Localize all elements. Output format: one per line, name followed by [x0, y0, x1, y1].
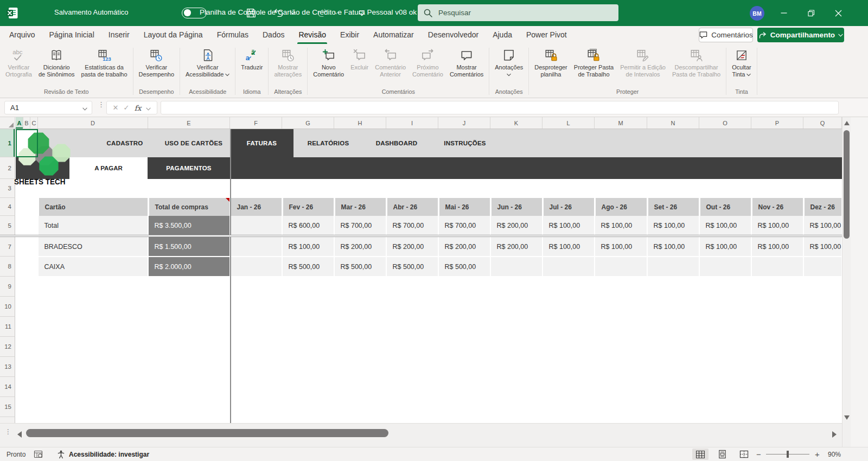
column-header-I[interactable]: I	[386, 117, 438, 129]
table-cell-0-11[interactable]: R$ 100,00	[804, 216, 842, 235]
table-header-10[interactable]: Set - 26	[648, 198, 699, 216]
table-header-12[interactable]: Nov - 26	[752, 198, 803, 216]
table-header-4[interactable]: Mar - 26	[335, 198, 386, 216]
table-cell-1-5[interactable]: R$ 200,00	[491, 237, 542, 256]
table-header-7[interactable]: Jun - 26	[492, 198, 542, 216]
view-page-layout-button[interactable]	[714, 449, 730, 460]
table-cell-0-2[interactable]: R$ 700,00	[335, 216, 386, 235]
column-header-Q[interactable]: Q	[803, 117, 842, 129]
table-cell-0-0[interactable]	[231, 216, 282, 235]
table-cell-1-0[interactable]	[231, 237, 282, 256]
column-header-H[interactable]: H	[334, 117, 386, 129]
column-header-D[interactable]: D	[38, 117, 148, 129]
ribbon-button-4-0[interactable]: Mostraralterações	[271, 45, 305, 79]
row-header-2[interactable]: 2	[0, 157, 15, 179]
table-header-11[interactable]: Out - 26	[700, 198, 751, 216]
sub-tab-a-pagar[interactable]: A PAGAR	[69, 157, 148, 179]
row-header-4[interactable]: 4	[0, 198, 15, 216]
table-cell-1-9[interactable]: R$ 100,00	[700, 237, 751, 256]
table-cell-2-5[interactable]	[491, 257, 542, 276]
ribbon-button-7-1[interactable]: Proteger Pastade Trabalho	[571, 45, 617, 79]
table-cell-1-2[interactable]: R$ 200,00	[335, 237, 386, 256]
ribbon-button-0-1[interactable]: Dicionáriode Sinônimos	[35, 45, 78, 79]
column-header-G[interactable]: G	[282, 117, 334, 129]
column-header-K[interactable]: K	[490, 117, 542, 129]
nav-tab-uso-de-cartões[interactable]: USO DE CARTÕES	[165, 140, 222, 146]
ribbon-button-5-2[interactable]: ComentárioAnterior	[372, 45, 409, 79]
zoom-level[interactable]: 90%	[828, 447, 841, 461]
confirm-entry-icon[interactable]: ✓	[124, 104, 130, 112]
table-cell-2-6[interactable]	[543, 257, 595, 276]
table-cell-0-1[interactable]: R$ 600,00	[283, 216, 334, 235]
table-row-name-2[interactable]: CAIXA	[39, 257, 148, 276]
table-cell-2-4[interactable]: R$ 500,00	[439, 257, 490, 276]
table-cell-2-2[interactable]: R$ 500,00	[335, 257, 386, 276]
table-cell-1-6[interactable]: R$ 100,00	[543, 237, 595, 256]
table-cell-2-7[interactable]	[595, 257, 647, 276]
minimize-button[interactable]	[771, 0, 797, 26]
column-header-N[interactable]: N	[647, 117, 699, 129]
row-header-1[interactable]: 1	[0, 129, 15, 157]
ribbon-tab-5[interactable]: Dados	[256, 26, 291, 44]
ribbon-tab-2[interactable]: Inserir	[101, 26, 137, 44]
table-cell-1-3[interactable]: R$ 200,00	[387, 237, 438, 256]
ribbon-button-5-4[interactable]: MostrarComentários	[446, 45, 487, 79]
ribbon-button-5-0[interactable]: NovoComentário	[310, 45, 347, 79]
ribbon-button-0-0[interactable]: abcVerificarOrtografia	[2, 45, 35, 79]
table-cell-2-0[interactable]	[231, 257, 282, 276]
hscroll-thumb[interactable]	[26, 429, 388, 437]
avatar[interactable]: BM	[750, 6, 764, 21]
sheet-grid[interactable]: 12345789101112131415CADASTROUSO DE CARTÕ…	[0, 129, 842, 423]
ribbon-button-7-2[interactable]: Permitir a Ediçãode Intervalos	[617, 45, 669, 79]
row-header-7[interactable]: 7	[0, 237, 15, 257]
vscroll-thumb[interactable]	[844, 130, 850, 239]
close-button[interactable]	[825, 0, 851, 26]
fx-chevron-icon[interactable]	[146, 103, 151, 113]
column-header-C[interactable]: C	[30, 117, 38, 129]
view-normal-button[interactable]	[692, 449, 709, 460]
ribbon-tab-6[interactable]: Revisão	[291, 26, 333, 44]
row-header-10[interactable]: 10	[0, 297, 15, 317]
ribbon-button-1-0[interactable]: VerificarDesempenho	[136, 45, 177, 79]
table-cell-0-7[interactable]: R$ 100,00	[595, 216, 647, 235]
nav-tab-instruções[interactable]: INSTRUÇÕES	[444, 140, 486, 146]
ribbon-tab-1[interactable]: Página Inicial	[42, 26, 101, 44]
search-input[interactable]	[437, 8, 613, 17]
table-row-name-0[interactable]: Total	[39, 216, 148, 235]
table-cell-0-4[interactable]: R$ 700,00	[439, 216, 490, 235]
table-cell-1-1[interactable]: R$ 100,00	[283, 237, 334, 256]
column-header-P[interactable]: P	[751, 117, 803, 129]
name-box-chevron-icon[interactable]	[82, 103, 87, 113]
ribbon-button-5-1[interactable]: Excluir	[347, 45, 372, 72]
column-header-O[interactable]: O	[699, 117, 751, 129]
row-header-15[interactable]: 15	[0, 397, 15, 417]
macro-record-icon[interactable]	[34, 447, 43, 461]
table-cell-1-4[interactable]: R$ 200,00	[439, 237, 490, 256]
row-header-8[interactable]: 8	[0, 257, 15, 277]
vertical-scrollbar[interactable]	[842, 117, 851, 447]
column-header-J[interactable]: J	[438, 117, 490, 129]
ribbon-tab-3[interactable]: Layout da Página	[137, 26, 210, 44]
table-cell-0-10[interactable]: R$ 100,00	[752, 216, 803, 235]
table-row-name-1[interactable]: BRADESCO	[39, 237, 148, 256]
ribbon-tab-10[interactable]: Ajuda	[486, 26, 519, 44]
nav-tab-cadastro[interactable]: CADASTRO	[107, 140, 143, 146]
ribbon-button-0-2[interactable]: 123Estatísticas dapasta de trabalho	[78, 45, 131, 79]
table-header-3[interactable]: Fev - 26	[283, 198, 334, 216]
column-header-E[interactable]: E	[148, 117, 230, 129]
row-header-11[interactable]: 11	[0, 317, 15, 337]
scroll-up-icon[interactable]	[844, 121, 850, 125]
table-cell-0-8[interactable]: R$ 100,00	[648, 216, 699, 235]
row-header-5[interactable]: 5	[0, 216, 15, 235]
column-header-F[interactable]: F	[230, 117, 282, 129]
scroll-down-icon[interactable]	[844, 415, 850, 420]
nav-tab-faturas[interactable]: FATURAS	[230, 129, 293, 157]
document-title[interactable]: Planilha de Controle de Cartão de Crédit…	[200, 8, 427, 16]
ribbon-tab-0[interactable]: Arquivo	[2, 26, 42, 44]
restore-button[interactable]	[798, 0, 824, 26]
table-cell-2-10[interactable]	[752, 257, 803, 276]
table-cell-1-11[interactable]: R$ 100,00	[804, 237, 842, 256]
comments-button[interactable]: Comentários	[699, 28, 753, 42]
scroll-right-icon[interactable]	[832, 431, 837, 438]
view-page-break-button[interactable]	[736, 449, 752, 460]
